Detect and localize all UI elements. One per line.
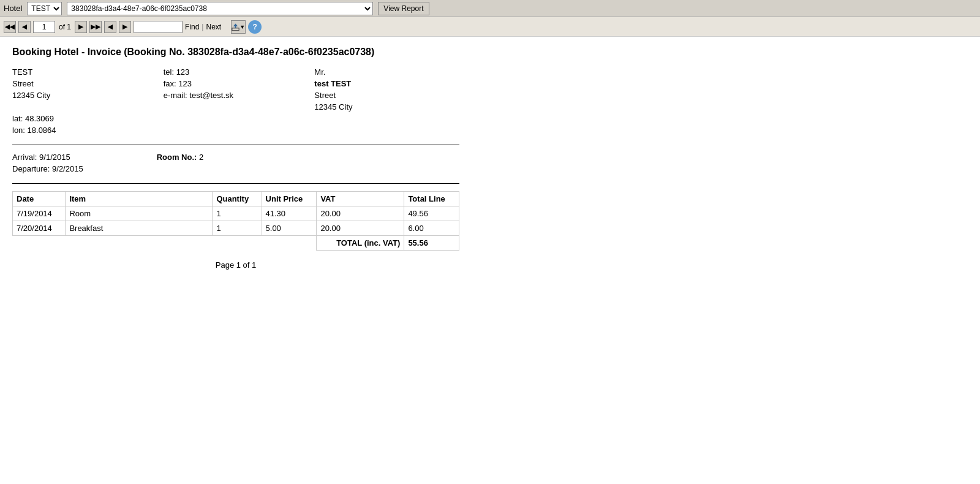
next-page-button[interactable]: ▶ bbox=[75, 21, 87, 33]
room-no-label: Room No.: bbox=[157, 153, 197, 162]
hotel-fax: fax: 123 bbox=[164, 79, 315, 88]
find-link[interactable]: Find bbox=[185, 23, 199, 31]
export-button[interactable]: ▼ bbox=[231, 20, 246, 34]
room-info: Room No.: 2 bbox=[157, 153, 204, 176]
cell-quantity: 1 bbox=[213, 221, 262, 236]
col-total-line: Total Line bbox=[404, 192, 459, 206]
guest-info-col: Mr. test TEST Street 12345 City bbox=[314, 67, 466, 137]
table-row: 7/19/2014 Room 1 41.30 20.00 49.56 bbox=[13, 206, 459, 221]
cell-date: 7/20/2014 bbox=[13, 221, 66, 236]
arrival-label: Arrival: bbox=[12, 153, 37, 162]
top-bar: Hotel TEST 383028fa-d3a4-48e7-a06c-6f023… bbox=[0, 0, 980, 17]
guest-salutation: Mr. bbox=[314, 67, 466, 77]
col-quantity: Quantity bbox=[213, 192, 262, 206]
guest-street: Street bbox=[314, 91, 466, 100]
booking-select[interactable]: 383028fa-d3a4-48e7-a06c-6f0235ac0738 bbox=[67, 2, 373, 15]
hotel-contact-col: tel: 123 fax: 123 e-mail: test@test.sk bbox=[164, 67, 315, 137]
invoice-table: Date Item Quantity Unit Price VAT Total … bbox=[12, 191, 459, 251]
table-row: 7/20/2014 Breakfast 1 5.00 20.00 6.00 bbox=[13, 221, 459, 236]
arrival-info: Arrival: 9/1/2015 Departure: 9/2/2015 bbox=[12, 153, 83, 176]
stay-section: Arrival: 9/1/2015 Departure: 9/2/2015 Ro… bbox=[12, 153, 466, 176]
info-section: TEST Street 12345 City lat: 48.3069 lon:… bbox=[12, 67, 466, 137]
room-no: 2 bbox=[199, 153, 203, 162]
guest-name: test TEST bbox=[314, 79, 466, 88]
cell-unit-price: 5.00 bbox=[262, 221, 317, 236]
total-value: 55.56 bbox=[404, 236, 459, 251]
toolbar: ◀◀ ◀ 1 of 1 ▶ ▶▶ ◀ ▶ Find | Next ▼ ? bbox=[0, 17, 980, 37]
total-label: TOTAL (inc. VAT) bbox=[317, 236, 404, 251]
svg-marker-1 bbox=[233, 23, 238, 28]
cell-total-line: 6.00 bbox=[404, 221, 459, 236]
col-vat: VAT bbox=[317, 192, 404, 206]
departure-date: 9/2/2015 bbox=[52, 164, 83, 173]
hotel-name: TEST bbox=[12, 67, 164, 77]
help-button[interactable]: ? bbox=[248, 20, 262, 34]
hotel-email: e-mail: test@test.sk bbox=[164, 91, 315, 100]
last-page-button[interactable]: ▶▶ bbox=[89, 21, 102, 33]
total-row: TOTAL (inc. VAT) 55.56 bbox=[13, 236, 459, 251]
cell-total-line: 49.56 bbox=[404, 206, 459, 221]
departure-label: Departure: bbox=[12, 164, 50, 173]
view-report-button[interactable]: View Report bbox=[378, 2, 429, 15]
col-date: Date bbox=[13, 192, 66, 206]
cell-date: 7/19/2014 bbox=[13, 206, 66, 221]
hotel-label: Hotel bbox=[4, 4, 22, 13]
separator-1 bbox=[12, 145, 459, 145]
col-item: Item bbox=[66, 192, 213, 206]
hotel-lat: lat: 48.3069 bbox=[12, 114, 164, 123]
hotel-select[interactable]: TEST bbox=[27, 2, 62, 15]
page-input[interactable]: 1 bbox=[33, 21, 55, 33]
arrival-date: 9/1/2015 bbox=[39, 153, 70, 162]
cell-unit-price: 41.30 bbox=[262, 206, 317, 221]
cell-item: Room bbox=[66, 206, 213, 221]
guest-city: 12345 City bbox=[314, 102, 466, 112]
report-area: Booking Hotel - Invoice (Booking No. 383… bbox=[0, 37, 478, 279]
forward-button[interactable]: ▶ bbox=[119, 21, 131, 33]
page-footer: Page 1 of 1 bbox=[12, 260, 459, 270]
col-unit-price: Unit Price bbox=[262, 192, 317, 206]
cell-item: Breakfast bbox=[66, 221, 213, 236]
hotel-info-col: TEST Street 12345 City lat: 48.3069 lon:… bbox=[12, 67, 164, 137]
svg-rect-0 bbox=[232, 28, 239, 30]
hotel-tel: tel: 123 bbox=[164, 67, 315, 77]
hotel-lon: lon: 18.0864 bbox=[12, 126, 164, 135]
prev-page-button[interactable]: ◀ bbox=[18, 21, 31, 33]
back-button[interactable]: ◀ bbox=[104, 21, 116, 33]
cell-vat: 20.00 bbox=[317, 206, 404, 221]
next-link[interactable]: Next bbox=[206, 23, 221, 31]
find-input[interactable] bbox=[134, 21, 183, 33]
find-separator: | bbox=[202, 23, 203, 31]
cell-quantity: 1 bbox=[213, 206, 262, 221]
hotel-street: Street bbox=[12, 79, 164, 88]
report-title: Booking Hotel - Invoice (Booking No. 383… bbox=[12, 47, 466, 58]
hotel-city: 12345 City bbox=[12, 91, 164, 100]
first-page-button[interactable]: ◀◀ bbox=[4, 21, 16, 33]
table-header-row: Date Item Quantity Unit Price VAT Total … bbox=[13, 192, 459, 206]
page-of-label: of 1 bbox=[59, 23, 71, 31]
separator-2 bbox=[12, 183, 459, 184]
cell-vat: 20.00 bbox=[317, 221, 404, 236]
